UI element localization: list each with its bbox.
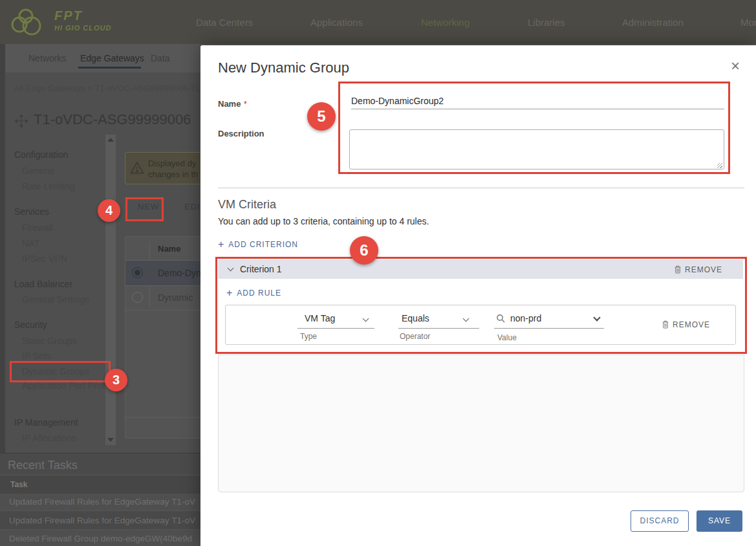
operator-underline bbox=[398, 328, 479, 329]
value-underline bbox=[494, 328, 604, 329]
save-button[interactable]: SAVE bbox=[697, 510, 742, 532]
recent-tasks-title[interactable]: Recent Tasks bbox=[8, 459, 78, 472]
warning-icon bbox=[130, 161, 144, 177]
name-input[interactable] bbox=[351, 93, 724, 109]
dialog-title: New Dynamic Group bbox=[218, 60, 349, 76]
add-criterion-button[interactable]: +ADD CRITERION bbox=[218, 239, 298, 250]
plus-icon: + bbox=[218, 239, 224, 250]
textarea-resize-handle[interactable] bbox=[717, 163, 722, 168]
tab-edge-gateways[interactable]: Edge Gateways bbox=[80, 53, 144, 63]
sidebar-item-nat[interactable]: NAT bbox=[22, 238, 39, 248]
sidebar-item-static-groups[interactable]: Static Groups bbox=[22, 336, 77, 346]
brand-logo-line1: FPT bbox=[54, 8, 83, 23]
scroll-down-icon[interactable] bbox=[107, 438, 114, 442]
discard-button[interactable]: DISCARD bbox=[631, 510, 689, 532]
move-icon bbox=[14, 114, 28, 131]
rule-operator-label: Operator bbox=[400, 332, 430, 341]
scroll-up-icon[interactable] bbox=[107, 138, 114, 142]
nav-item-monitor[interactable]: Monitor bbox=[740, 17, 756, 28]
nav-item-networking[interactable]: Networking bbox=[421, 17, 470, 28]
criterion-title: Criterion 1 bbox=[240, 264, 282, 274]
sidebar-header-services: Services bbox=[14, 206, 49, 217]
task-row-text: Updated Firewall Rules for EdgeGateway T… bbox=[9, 497, 195, 507]
radio-selected-icon[interactable] bbox=[132, 267, 143, 278]
sidebar-item-dynamic-groups[interactable]: Dynamic Groups bbox=[22, 366, 89, 377]
sidebar-scrollbar[interactable] bbox=[105, 135, 116, 445]
sidebar-item-ip-allocations[interactable]: IP Allocations bbox=[22, 433, 76, 443]
sidebar-item-ipsec-vpn[interactable]: IPSec VPN bbox=[22, 254, 67, 264]
add-rule-button[interactable]: +ADD RULE bbox=[226, 287, 281, 299]
description-label: Description bbox=[218, 129, 265, 138]
chevron-down-icon[interactable] bbox=[228, 265, 234, 272]
sidebar-item-ip-sets[interactable]: IP Sets bbox=[22, 351, 51, 361]
name-label: Name * bbox=[218, 98, 247, 109]
table-header-name: Name bbox=[158, 244, 180, 254]
rule-value-select[interactable]: non-prd bbox=[510, 313, 541, 323]
trash-icon bbox=[662, 320, 669, 329]
brand-logo-line2: HI GIO CLOUD bbox=[54, 24, 111, 32]
rule-operator-select[interactable]: Equals bbox=[402, 313, 429, 323]
required-asterisk: * bbox=[244, 100, 247, 109]
task-row-text: Deleted Firewall Group demo-edgeGW(40be9… bbox=[9, 534, 192, 543]
sidebar-item-rate-limiting[interactable]: Rate Limiting bbox=[22, 181, 75, 191]
tab-networks[interactable]: Networks bbox=[28, 53, 66, 63]
description-textarea[interactable] bbox=[349, 129, 724, 169]
radio-unselected-icon[interactable] bbox=[132, 292, 143, 303]
chevron-down-icon[interactable] bbox=[363, 316, 369, 322]
alert-text-line1: Displayed dy bbox=[148, 158, 196, 168]
nav-item-libraries[interactable]: Libraries bbox=[528, 17, 565, 28]
sidebar-header-ip-management: IP Management bbox=[14, 417, 78, 428]
criterion-header[interactable]: Criterion 1 REMOVE bbox=[218, 259, 743, 279]
new-dynamic-group-dialog: New Dynamic Group × Name * Description V… bbox=[200, 45, 756, 546]
vm-criteria-hint: You can add up to 3 criteria, containing… bbox=[218, 216, 429, 226]
tasks-column-task: Task bbox=[10, 480, 27, 489]
alert-text-line2: changes in th bbox=[148, 169, 198, 179]
rule-type-label: Type bbox=[300, 332, 317, 341]
criteria-empty-area bbox=[218, 355, 744, 492]
active-tab-underline bbox=[78, 67, 141, 69]
tab-data[interactable]: Data bbox=[151, 53, 170, 63]
sidebar-header-configuration: Configuration bbox=[14, 149, 68, 160]
sidebar-header-security: Security bbox=[14, 320, 47, 330]
task-row-text: Updated Firewall Rules for EdgeGateway T… bbox=[9, 516, 195, 525]
search-icon bbox=[496, 314, 505, 325]
criterion-remove-button[interactable]: REMOVE bbox=[674, 265, 722, 274]
rule-type-select[interactable]: VM Tag bbox=[305, 313, 335, 323]
screen: FPT HI GIO CLOUD Data Centers Applicatio… bbox=[0, 0, 756, 546]
nav-item-data-centers[interactable]: Data Centers bbox=[196, 17, 253, 28]
new-button[interactable]: NEW bbox=[138, 202, 159, 212]
close-icon[interactable]: × bbox=[731, 58, 740, 74]
sidebar-header-load-balancer: Load Balancer bbox=[14, 279, 72, 289]
rule-remove-button[interactable]: REMOVE bbox=[662, 320, 710, 329]
breadcrumb[interactable]: All Edge Gateways > T1-oVDC-ASG99999006-… bbox=[14, 83, 202, 93]
sidebar-item-firewall[interactable]: Firewall bbox=[22, 223, 53, 233]
sidebar-item-application-port-profiles[interactable]: Application Port Profiles bbox=[22, 380, 101, 391]
sidebar-item-general[interactable]: General bbox=[22, 166, 54, 176]
vm-criteria-heading: VM Criteria bbox=[218, 198, 276, 212]
trash-icon bbox=[674, 265, 682, 274]
brand-logo-icon bbox=[10, 6, 50, 40]
rule-row: VM Tag Type Equals Operator non-prd Valu… bbox=[225, 305, 736, 345]
nav-item-administration[interactable]: Administration bbox=[622, 17, 684, 28]
table-cell-name: Dynamic bbox=[158, 292, 193, 303]
rule-value-label: Value bbox=[497, 333, 517, 342]
top-navigation-bar: FPT HI GIO CLOUD Data Centers Applicatio… bbox=[0, 0, 756, 44]
sidebar-item-general-settings[interactable]: General Settings bbox=[22, 294, 89, 305]
chevron-down-icon[interactable] bbox=[593, 314, 600, 321]
plus-icon: + bbox=[226, 287, 233, 298]
chevron-down-icon[interactable] bbox=[463, 316, 470, 322]
page-title: T1-oVDC-ASG99999006 bbox=[34, 111, 191, 128]
type-underline bbox=[297, 328, 374, 329]
nav-item-applications[interactable]: Applications bbox=[310, 17, 363, 28]
table-cell-name: Demo-Dyn bbox=[158, 268, 201, 278]
section-divider bbox=[218, 188, 744, 188]
